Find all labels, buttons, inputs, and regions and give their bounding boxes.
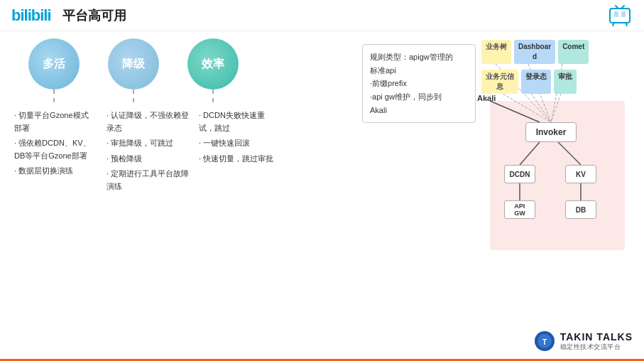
label-dengluztai: 登录态 <box>521 70 551 94</box>
bullet-list: · 切量平台Gzone模式部署 · 强依赖DCDN、KV、DB等平台Gzone部… <box>14 109 355 196</box>
bullet-col-jiangji: · 认证降级，不强依赖登录态 · 审批降级，可跳过 · 预检降级 · 定期进行工… <box>107 109 192 196</box>
page-title: 平台高可用 <box>62 7 126 24</box>
branding-name: TAKIN TALKS <box>560 331 633 343</box>
svg-line-11 <box>528 90 551 122</box>
dashed-line-jiangji <box>133 90 134 102</box>
svg-line-10 <box>496 90 551 122</box>
box-db: DB <box>565 200 596 219</box>
branding: T TAKIN TALKS 稳定性技术交流平台 <box>533 330 633 352</box>
svg-rect-2 <box>621 11 626 17</box>
box-dcdn: DCDN <box>504 165 535 183</box>
circle-duohuo: 多活 <box>28 38 80 90</box>
label-shenpizhi: 审批 <box>554 70 577 94</box>
bilibili-tv-icon <box>607 3 633 28</box>
akali-label: Akali <box>477 94 496 102</box>
svg-line-14 <box>520 142 540 165</box>
svg-line-15 <box>558 142 581 165</box>
svg-rect-0 <box>610 9 630 23</box>
bilibili-logo: bilibili <box>11 6 51 25</box>
diagram-area: 业务树 Dashboard Comet 业务元信息 登录态 审批 Akali <box>476 38 632 354</box>
top-labels-row1: 业务树 Dashboard Comet <box>481 40 589 64</box>
svg-text:T: T <box>542 338 547 346</box>
branding-text: TAKIN TALKS 稳定性技术交流平台 <box>560 331 633 352</box>
invoker-box: Invoker <box>525 122 577 142</box>
svg-line-13 <box>490 101 540 122</box>
label-comet: Comet <box>558 40 589 64</box>
dashed-line-xiaolv <box>212 90 214 102</box>
circle-item-jiangji: 降级 <box>108 38 159 102</box>
infobox-title: 规则类型：apigw管理的标准api <box>370 50 468 77</box>
label-dashboard: Dashboard <box>514 40 555 64</box>
circles-row: 多活 降级 效率 <box>14 38 355 102</box>
circle-jiangji: 降级 <box>108 38 159 90</box>
branding-subtitle: 稳定性技术交流平台 <box>560 343 633 352</box>
header: bilibili 平台高可用 <box>0 0 644 31</box>
box-kv: KV <box>565 165 596 183</box>
circle-xiaolv: 效率 <box>187 38 239 90</box>
dashed-line-duohuo <box>53 90 55 102</box>
circle-item-duohuo: 多活 <box>28 38 80 102</box>
right-section: 业务树 Dashboard Comet 业务元信息 登录态 审批 Akali <box>476 38 632 354</box>
middle-section: 规则类型：apigw管理的标准api ·前缀prefix ·api gw维护，同… <box>355 38 476 354</box>
circle-item-xiaolv: 效率 <box>187 38 239 102</box>
box-apigw: APIGW <box>504 200 535 219</box>
label-yewushu: 业务树 <box>481 40 511 64</box>
bullet-col-duohuo: · 切量平台Gzone模式部署 · 强依赖DCDN、KV、DB等平台Gzone部… <box>14 109 99 196</box>
svg-rect-1 <box>614 11 618 17</box>
left-section: 多活 降级 效率 · 切量平台Gzone模式部署 <box>14 38 355 354</box>
info-box: 规则类型：apigw管理的标准api ·前缀prefix ·api gw维护，同… <box>362 44 476 123</box>
main-content: 多活 降级 效率 · 切量平台Gzone模式部署 <box>0 31 644 361</box>
bullet-col-xiaolv: · DCDN失败快速重试，跳过 · 一键快速回滚 · 快速切量，跳过审批 <box>199 109 284 196</box>
label-yewuyuanxinxi: 业务元信息 <box>481 70 518 94</box>
takin-logo-icon: T <box>533 330 556 352</box>
top-labels-row2: 业务元信息 登录态 审批 <box>481 70 577 94</box>
